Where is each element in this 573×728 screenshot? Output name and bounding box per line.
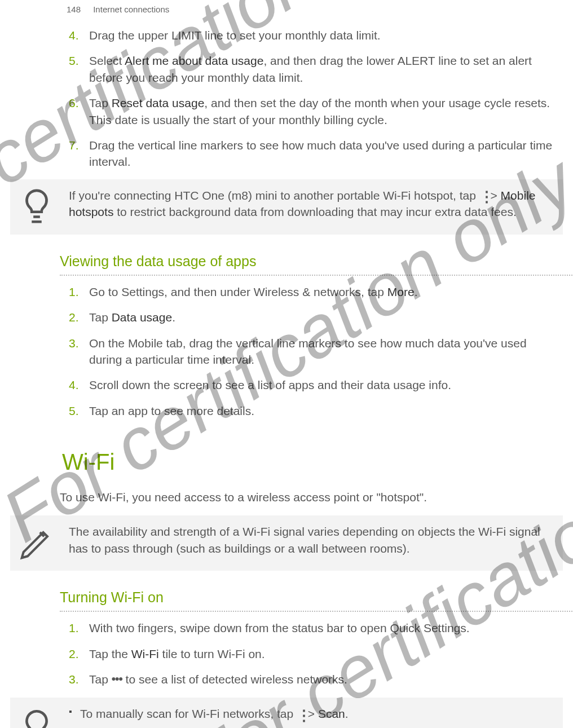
step-5: 5. Select Alert me about data usage, and… xyxy=(62,52,563,86)
bold-scan: Scan xyxy=(318,707,345,720)
subhead-turning-wifi-on: Turning Wi-Fi on xyxy=(60,588,563,607)
divider xyxy=(60,275,573,276)
steps-view-data: 1. Go to Settings, and then under Wirele… xyxy=(62,284,563,419)
step-text: Scroll down the screen to see a list of … xyxy=(89,377,563,393)
bold-reset-data: Reset data usage xyxy=(112,96,205,109)
step-1: 1. With two fingers, swipe down from the… xyxy=(62,620,563,636)
step-5: 5. Tap an app to see more details. xyxy=(62,403,563,419)
step-text: Tap Data usage. xyxy=(89,309,563,325)
step-text: On the Mobile tab, drag the vertical lin… xyxy=(89,335,563,368)
more-icon: ••• xyxy=(112,670,122,687)
step-num: 3. xyxy=(62,671,89,689)
note-wifi-signal: The availability and strength of a Wi-Fi… xyxy=(10,515,563,571)
divider xyxy=(60,611,573,612)
pencil-icon xyxy=(17,523,61,563)
para-wifi-intro: To use Wi-Fi, you need access to a wirel… xyxy=(60,489,563,505)
step-text: Drag the upper LIMIT line to set your mo… xyxy=(89,27,563,43)
page-number: 148 xyxy=(67,5,81,14)
tip-item-scan: To manually scan for Wi-Fi networks, tap… xyxy=(69,705,550,722)
section-title: Internet connections xyxy=(93,5,169,14)
step-num: 1. xyxy=(62,284,89,300)
content: 4. Drag the upper LIMIT line to set your… xyxy=(10,0,563,728)
step-num: 7. xyxy=(62,137,89,170)
step-1: 1. Go to Settings, and then under Wirele… xyxy=(62,284,563,300)
bold-alert-me: Alert me about data usage xyxy=(125,54,263,67)
step-7: 7. Drag the vertical line markers to see… xyxy=(62,137,563,170)
step-text: Tap Reset data usage, and then set the d… xyxy=(89,95,563,128)
step-num: 5. xyxy=(62,52,89,86)
step-text: Tap an app to see more details. xyxy=(89,403,563,419)
tip-hotspot: If you're connecting HTC One (m8) mini t… xyxy=(10,179,563,235)
heading-wifi: Wi-Fi xyxy=(62,446,563,478)
bulb-icon xyxy=(17,187,61,227)
text: Go to Settings, and then under Wireless … xyxy=(89,285,387,298)
page-header: 148 Internet connections xyxy=(67,3,169,15)
text: Tap xyxy=(89,96,112,109)
text: tile to turn Wi-Fi on. xyxy=(159,647,265,660)
step-num: 6. xyxy=(62,95,89,128)
text: . xyxy=(415,285,418,298)
step-text: Go to Settings, and then under Wireless … xyxy=(89,284,563,300)
step-num: 5. xyxy=(62,403,89,419)
step-2: 2. Tap the Wi-Fi tile to turn Wi-Fi on. xyxy=(62,646,563,662)
text: Select xyxy=(89,54,125,67)
text: Tap xyxy=(89,311,112,324)
step-num: 2. xyxy=(62,646,89,662)
text: Tap the xyxy=(89,647,131,660)
step-text: Tap the Wi-Fi tile to turn Wi-Fi on. xyxy=(89,646,563,662)
step-4: 4. Drag the upper LIMIT line to set your… xyxy=(62,27,563,43)
step-3: 3. On the Mobile tab, drag the vertical … xyxy=(62,335,563,368)
step-2: 2. Tap Data usage. xyxy=(62,309,563,325)
step-num: 2. xyxy=(62,309,89,325)
step-num: 1. xyxy=(62,620,89,636)
tip-list: To manually scan for Wi-Fi networks, tap… xyxy=(69,705,550,728)
text: To manually scan for Wi-Fi networks, tap xyxy=(80,707,297,720)
tip-wifi-scan: To manually scan for Wi-Fi networks, tap… xyxy=(10,698,563,728)
text: . xyxy=(345,707,349,720)
step-num: 3. xyxy=(62,335,89,368)
page: For certification only For certification… xyxy=(0,0,573,728)
bold-more: More xyxy=(387,285,415,298)
steps-data-limit: 4. Drag the upper LIMIT line to set your… xyxy=(62,27,563,170)
bold-wifi: Wi-Fi xyxy=(131,647,159,660)
menu-icon xyxy=(297,708,305,720)
tip-text: To manually scan for Wi-Fi networks, tap… xyxy=(69,705,556,728)
text: Tap xyxy=(89,673,112,686)
text: to restrict background data from downloa… xyxy=(113,205,516,218)
step-text: Tap ••• to see a list of detected wirele… xyxy=(89,671,563,689)
note-text: The availability and strength of a Wi-Fi… xyxy=(69,523,556,563)
text: to see a list of detected wireless netwo… xyxy=(122,673,347,686)
step-6: 6. Tap Reset data usage, and then set th… xyxy=(62,95,563,128)
step-3: 3. Tap ••• to see a list of detected wir… xyxy=(62,671,563,689)
menu-icon xyxy=(479,189,487,201)
step-num: 4. xyxy=(62,27,89,43)
step-num: 4. xyxy=(62,377,89,393)
step-4: 4. Scroll down the screen to see a list … xyxy=(62,377,563,393)
step-text: With two fingers, swipe down from the st… xyxy=(89,620,563,636)
step-text: Drag the vertical line markers to see ho… xyxy=(89,137,563,170)
subhead-view-data-usage: Viewing the data usage of apps xyxy=(60,252,563,271)
step-text: Select Alert me about data usage, and th… xyxy=(89,52,563,86)
text: . xyxy=(172,311,175,324)
steps-turn-wifi-on: 1. With two fingers, swipe down from the… xyxy=(62,620,563,689)
text: If you're connecting HTC One (m8) mini t… xyxy=(69,189,479,202)
tip-text: If you're connecting HTC One (m8) mini t… xyxy=(69,187,556,227)
bold-data-usage: Data usage xyxy=(112,311,172,324)
bulb-icon xyxy=(17,705,61,728)
